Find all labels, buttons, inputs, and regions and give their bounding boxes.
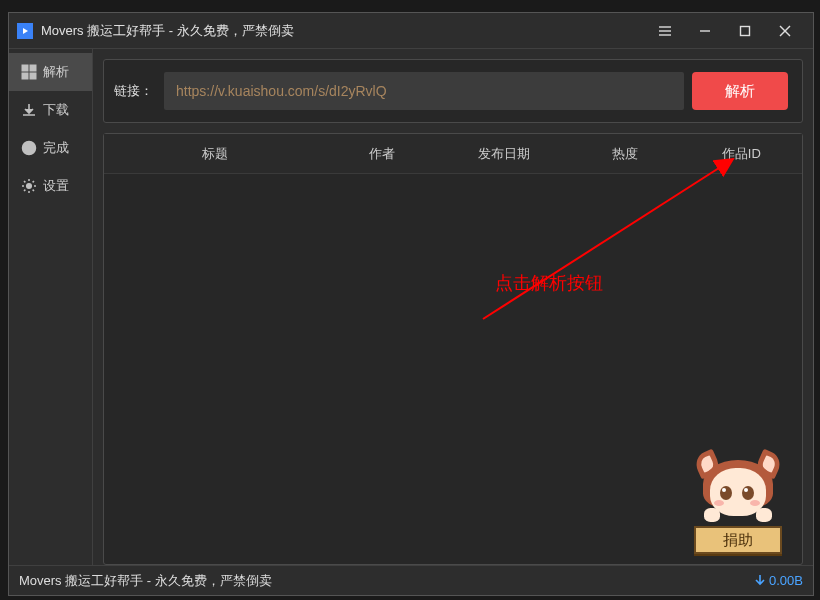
hamburger-icon	[658, 24, 672, 38]
parse-button[interactable]: 解析	[692, 72, 788, 110]
app-title: Movers 搬运工好帮手 - 永久免费，严禁倒卖	[41, 22, 645, 40]
table-header-row: 标题 作者 发布日期 热度 作品ID	[104, 134, 802, 174]
statusbar: Movers 搬运工好帮手 - 永久免费，严禁倒卖 0.00B	[9, 565, 813, 595]
gear-icon	[21, 178, 37, 194]
download-icon	[21, 102, 37, 118]
titlebar: Movers 搬运工好帮手 - 永久免费，严禁倒卖	[9, 13, 813, 49]
svg-rect-9	[22, 73, 28, 79]
donate-button[interactable]: 捐助	[694, 526, 782, 554]
sidebar: 解析 下载 完成 设置	[9, 49, 93, 565]
app-icon	[17, 23, 33, 39]
col-date: 发布日期	[438, 145, 570, 163]
col-author: 作者	[327, 145, 438, 163]
close-icon	[778, 24, 792, 38]
chibi-avatar	[698, 456, 778, 524]
svg-rect-10	[30, 73, 36, 79]
sidebar-item-label: 完成	[43, 139, 69, 157]
svg-rect-7	[22, 65, 28, 71]
svg-rect-8	[30, 65, 36, 71]
check-circle-icon	[21, 140, 37, 156]
sidebar-item-download[interactable]: 下载	[9, 91, 92, 129]
sidebar-item-parse[interactable]: 解析	[9, 53, 92, 91]
col-workid: 作品ID	[681, 145, 802, 163]
url-input[interactable]	[164, 72, 684, 110]
main-panel: 链接： 解析 标题 作者 发布日期 热度 作品ID	[93, 49, 813, 565]
svg-rect-4	[741, 26, 750, 35]
svg-point-12	[27, 184, 32, 189]
minimize-button[interactable]	[685, 17, 725, 45]
url-label: 链接：	[114, 82, 156, 100]
col-heat: 热度	[569, 145, 680, 163]
col-title: 标题	[104, 145, 327, 163]
maximize-button[interactable]	[725, 17, 765, 45]
close-button[interactable]	[765, 17, 805, 45]
mascot: 捐助	[688, 456, 788, 554]
status-text: Movers 搬运工好帮手 - 永久免费，严禁倒卖	[19, 572, 755, 590]
sidebar-item-label: 设置	[43, 177, 69, 195]
grid-icon	[21, 64, 37, 80]
speed-value: 0.00B	[769, 573, 803, 588]
window-controls	[645, 17, 805, 45]
sidebar-item-done[interactable]: 完成	[9, 129, 92, 167]
speed-indicator: 0.00B	[755, 573, 803, 588]
app-window: Movers 搬运工好帮手 - 永久免费，严禁倒卖 解析	[8, 12, 814, 596]
sidebar-item-label: 解析	[43, 63, 69, 81]
url-row: 链接： 解析	[103, 59, 803, 123]
menu-button[interactable]	[645, 17, 685, 45]
body: 解析 下载 完成 设置 链接	[9, 49, 813, 565]
maximize-icon	[738, 24, 752, 38]
minimize-icon	[698, 24, 712, 38]
result-table: 标题 作者 发布日期 热度 作品ID 捐助	[103, 133, 803, 565]
sidebar-item-settings[interactable]: 设置	[9, 167, 92, 205]
sidebar-item-label: 下载	[43, 101, 69, 119]
down-arrow-icon	[755, 575, 765, 587]
